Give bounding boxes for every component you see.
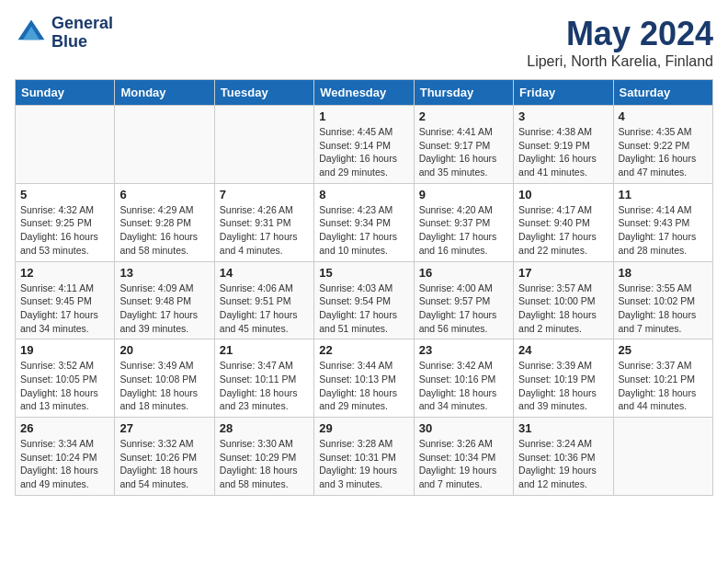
day-number: 24	[518, 343, 608, 357]
calendar-cell: 1Sunrise: 4:45 AM Sunset: 9:14 PM Daylig…	[314, 106, 414, 184]
day-number: 27	[119, 421, 209, 435]
day-number: 8	[319, 188, 408, 201]
calendar-cell: 27Sunrise: 3:32 AM Sunset: 10:26 PM Dayl…	[115, 418, 214, 496]
calendar-cell: 10Sunrise: 4:17 AM Sunset: 9:40 PM Dayli…	[514, 183, 613, 261]
calendar-cell: 25Sunrise: 3:37 AM Sunset: 10:21 PM Dayl…	[613, 339, 712, 418]
calendar-cell	[613, 418, 712, 496]
weekday-header-tuesday: Tuesday	[214, 80, 313, 106]
day-number: 29	[319, 421, 408, 435]
day-info: Sunrise: 3:34 AM Sunset: 10:24 PM Daylig…	[20, 437, 109, 491]
day-number: 16	[419, 266, 508, 280]
day-number: 22	[319, 343, 408, 357]
day-info: Sunrise: 3:49 AM Sunset: 10:08 PM Daylig…	[119, 359, 209, 413]
day-number: 18	[619, 266, 708, 280]
day-number: 26	[20, 421, 109, 435]
day-info: Sunrise: 4:29 AM Sunset: 9:28 PM Dayligh…	[119, 203, 209, 258]
weekday-header-monday: Monday	[115, 80, 214, 106]
calendar-cell: 11Sunrise: 4:14 AM Sunset: 9:43 PM Dayli…	[613, 183, 712, 261]
calendar-cell: 23Sunrise: 3:42 AM Sunset: 10:16 PM Dayl…	[414, 339, 513, 418]
day-info: Sunrise: 4:20 AM Sunset: 9:37 PM Dayligh…	[419, 203, 508, 258]
day-info: Sunrise: 4:23 AM Sunset: 9:34 PM Dayligh…	[319, 203, 408, 258]
day-number: 3	[518, 109, 608, 123]
calendar-cell: 16Sunrise: 4:00 AM Sunset: 9:57 PM Dayli…	[414, 261, 513, 339]
calendar-cell: 17Sunrise: 3:57 AM Sunset: 10:00 PM Dayl…	[514, 261, 613, 339]
calendar-cell: 14Sunrise: 4:06 AM Sunset: 9:51 PM Dayli…	[214, 261, 313, 339]
calendar-cell: 7Sunrise: 4:26 AM Sunset: 9:31 PM Daylig…	[214, 183, 313, 261]
day-number: 23	[419, 343, 508, 357]
calendar-cell: 13Sunrise: 4:09 AM Sunset: 9:48 PM Dayli…	[115, 261, 214, 339]
calendar-week-1: 1Sunrise: 4:45 AM Sunset: 9:14 PM Daylig…	[16, 106, 713, 184]
calendar-cell: 30Sunrise: 3:26 AM Sunset: 10:34 PM Dayl…	[414, 418, 513, 496]
day-info: Sunrise: 3:57 AM Sunset: 10:00 PM Daylig…	[518, 282, 608, 336]
day-info: Sunrise: 4:03 AM Sunset: 9:54 PM Dayligh…	[319, 282, 408, 336]
calendar-cell: 9Sunrise: 4:20 AM Sunset: 9:37 PM Daylig…	[414, 183, 513, 261]
day-info: Sunrise: 3:32 AM Sunset: 10:26 PM Daylig…	[119, 437, 209, 491]
calendar-cell: 18Sunrise: 3:55 AM Sunset: 10:02 PM Dayl…	[613, 261, 712, 339]
day-info: Sunrise: 4:06 AM Sunset: 9:51 PM Dayligh…	[220, 282, 309, 336]
day-number: 14	[220, 266, 309, 280]
day-info: Sunrise: 3:47 AM Sunset: 10:11 PM Daylig…	[220, 359, 309, 413]
day-info: Sunrise: 3:55 AM Sunset: 10:02 PM Daylig…	[619, 282, 708, 336]
calendar-cell: 24Sunrise: 3:39 AM Sunset: 10:19 PM Dayl…	[514, 339, 613, 418]
day-info: Sunrise: 4:26 AM Sunset: 9:31 PM Dayligh…	[220, 203, 309, 258]
day-number: 30	[419, 421, 508, 435]
day-number: 17	[518, 266, 608, 280]
calendar-cell: 28Sunrise: 3:30 AM Sunset: 10:29 PM Dayl…	[214, 418, 313, 496]
weekday-header-thursday: Thursday	[414, 80, 513, 106]
day-info: Sunrise: 3:42 AM Sunset: 10:16 PM Daylig…	[419, 359, 508, 413]
day-number: 6	[119, 188, 209, 201]
page-header: General Blue May 2024 Liperi, North Kare…	[15, 15, 713, 70]
calendar-cell: 8Sunrise: 4:23 AM Sunset: 9:34 PM Daylig…	[314, 183, 414, 261]
day-info: Sunrise: 3:30 AM Sunset: 10:29 PM Daylig…	[220, 437, 309, 491]
day-info: Sunrise: 3:39 AM Sunset: 10:19 PM Daylig…	[518, 359, 608, 413]
day-info: Sunrise: 4:14 AM Sunset: 9:43 PM Dayligh…	[619, 203, 708, 258]
day-number: 19	[20, 343, 109, 357]
day-number: 21	[220, 343, 309, 357]
day-number: 1	[319, 109, 408, 123]
day-info: Sunrise: 4:35 AM Sunset: 9:22 PM Dayligh…	[619, 125, 708, 179]
calendar-cell: 20Sunrise: 3:49 AM Sunset: 10:08 PM Dayl…	[115, 339, 214, 418]
day-number: 25	[619, 343, 708, 357]
calendar-cell: 29Sunrise: 3:28 AM Sunset: 10:31 PM Dayl…	[314, 418, 414, 496]
day-number: 12	[20, 266, 109, 280]
day-info: Sunrise: 3:44 AM Sunset: 10:13 PM Daylig…	[319, 359, 408, 413]
calendar-cell: 31Sunrise: 3:24 AM Sunset: 10:36 PM Dayl…	[514, 418, 613, 496]
day-info: Sunrise: 4:09 AM Sunset: 9:48 PM Dayligh…	[119, 282, 209, 336]
calendar-week-3: 12Sunrise: 4:11 AM Sunset: 9:45 PM Dayli…	[16, 261, 713, 339]
month-title: May 2024	[527, 15, 713, 53]
calendar-table: SundayMondayTuesdayWednesdayThursdayFrid…	[15, 79, 713, 496]
calendar-week-4: 19Sunrise: 3:52 AM Sunset: 10:05 PM Dayl…	[16, 339, 713, 418]
logo-icon	[15, 17, 48, 50]
calendar-cell: 21Sunrise: 3:47 AM Sunset: 10:11 PM Dayl…	[214, 339, 313, 418]
logo-text: General Blue	[51, 15, 113, 52]
calendar-cell: 22Sunrise: 3:44 AM Sunset: 10:13 PM Dayl…	[314, 339, 414, 418]
calendar-cell: 15Sunrise: 4:03 AM Sunset: 9:54 PM Dayli…	[314, 261, 414, 339]
day-number: 15	[319, 266, 408, 280]
day-number: 5	[20, 188, 109, 201]
calendar-cell: 2Sunrise: 4:41 AM Sunset: 9:17 PM Daylig…	[414, 106, 513, 184]
day-number: 9	[419, 188, 508, 201]
day-number: 31	[518, 421, 608, 435]
day-number: 10	[518, 188, 608, 201]
calendar-cell	[214, 106, 313, 184]
weekday-header-friday: Friday	[514, 80, 613, 106]
day-info: Sunrise: 3:28 AM Sunset: 10:31 PM Daylig…	[319, 437, 408, 491]
title-block: May 2024 Liperi, North Karelia, Finland	[527, 15, 713, 70]
calendar-cell: 6Sunrise: 4:29 AM Sunset: 9:28 PM Daylig…	[115, 183, 214, 261]
day-number: 28	[220, 421, 309, 435]
day-number: 2	[419, 109, 508, 123]
calendar-cell: 4Sunrise: 4:35 AM Sunset: 9:22 PM Daylig…	[613, 106, 712, 184]
weekday-header-saturday: Saturday	[613, 80, 712, 106]
day-number: 7	[220, 188, 309, 201]
day-info: Sunrise: 4:17 AM Sunset: 9:40 PM Dayligh…	[518, 203, 608, 258]
calendar-cell	[16, 106, 115, 184]
day-info: Sunrise: 3:24 AM Sunset: 10:36 PM Daylig…	[518, 437, 608, 491]
day-number: 4	[619, 109, 708, 123]
day-info: Sunrise: 4:41 AM Sunset: 9:17 PM Dayligh…	[419, 125, 508, 179]
calendar-cell: 19Sunrise: 3:52 AM Sunset: 10:05 PM Dayl…	[16, 339, 115, 418]
location-title: Liperi, North Karelia, Finland	[527, 53, 713, 70]
calendar-cell	[115, 106, 214, 184]
day-info: Sunrise: 4:45 AM Sunset: 9:14 PM Dayligh…	[319, 125, 408, 179]
weekday-header-sunday: Sunday	[16, 80, 115, 106]
day-info: Sunrise: 4:38 AM Sunset: 9:19 PM Dayligh…	[518, 125, 608, 179]
